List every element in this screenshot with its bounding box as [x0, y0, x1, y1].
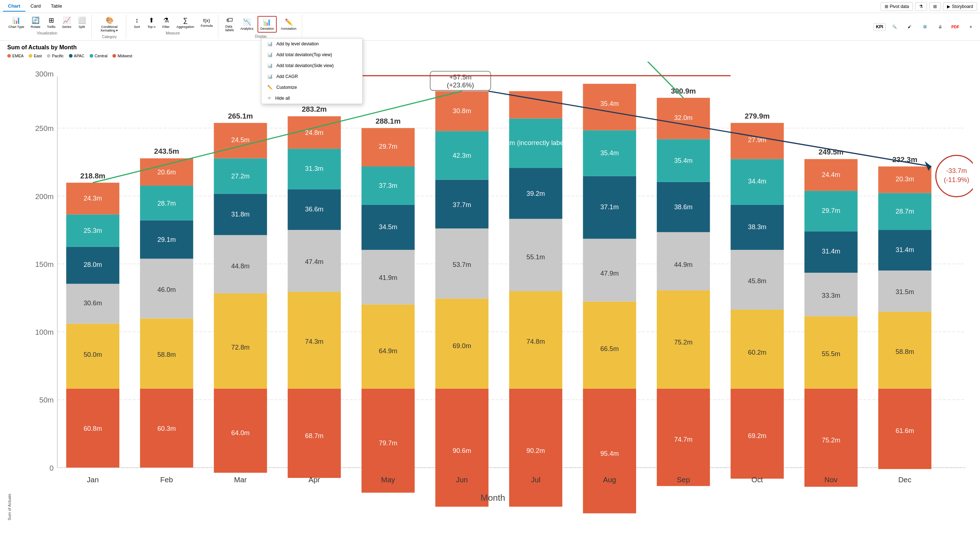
add-total-side-label: Add total deviation(Side view): [276, 63, 334, 68]
svg-text:24.5m: 24.5m: [231, 136, 250, 143]
funnel-icon: ⚗: [919, 4, 923, 9]
svg-text:64.9m: 64.9m: [379, 347, 398, 355]
legend-label-central: Central: [95, 54, 107, 58]
rotate-button[interactable]: 🔄 Rotate: [28, 14, 43, 30]
svg-text:30.8m: 30.8m: [453, 107, 471, 115]
hide-all-item[interactable]: 👁 Hide all: [261, 93, 362, 104]
svg-text:279.9m: 279.9m: [745, 112, 770, 120]
svg-text:Oct: Oct: [751, 476, 763, 484]
svg-text:283.2m: 283.2m: [302, 105, 327, 113]
paint-button[interactable]: 🖌: [903, 23, 916, 30]
data-labels-button[interactable]: 🏷 Datalabels: [223, 14, 237, 34]
series-button[interactable]: 📈 Series: [59, 14, 74, 30]
tab-table[interactable]: Table: [46, 1, 67, 11]
legend-pacific: Pacific: [47, 54, 64, 58]
svg-text:37.1m (incorrectly labeled): 37.1m (incorrectly labeled): [496, 139, 575, 146]
chart-type-button[interactable]: 📊 Chart Type: [6, 14, 27, 30]
legend-label-midwest: Midwest: [118, 54, 132, 58]
trellis-button[interactable]: ⊞ Trellis: [44, 14, 58, 30]
svg-text:31.4m: 31.4m: [822, 247, 840, 255]
add-cagr-item[interactable]: 📊 Add CAGR: [261, 71, 362, 82]
grid-icon-button[interactable]: ⊞: [929, 2, 941, 11]
rotate-label: Rotate: [31, 25, 41, 29]
svg-text:265.1m: 265.1m: [228, 112, 253, 120]
category-group-label: Category: [102, 35, 117, 39]
search-button[interactable]: 🔍: [888, 23, 901, 30]
legend-label-emea: EMEA: [12, 54, 24, 58]
y-axis-label: Sum of Actuals: [7, 62, 12, 520]
filter-icon-button[interactable]: ⚗: [915, 2, 927, 11]
svg-text:35.4m: 35.4m: [674, 157, 693, 164]
svg-text:47.9m: 47.9m: [600, 269, 619, 277]
legend-midwest: Midwest: [113, 54, 132, 58]
tab-card[interactable]: Card: [25, 1, 46, 11]
deviation-button[interactable]: 📊 Deviation: [258, 16, 277, 33]
pdf-button[interactable]: PDF: [949, 23, 962, 31]
svg-text:Sep: Sep: [677, 476, 690, 484]
ribbon-group-measure: ↕ Sort ⬆ Top n ⚗ Filter ∑ Aggregation f(…: [128, 14, 219, 39]
aggregation-button[interactable]: ∑ Aggregation: [174, 15, 197, 30]
svg-text:28.0m: 28.0m: [83, 261, 102, 268]
split-button[interactable]: ⬜ Split: [75, 14, 89, 30]
storyboard-button[interactable]: ▶ Storyboard: [943, 2, 977, 11]
chevron-up-icon: ∧: [969, 25, 972, 29]
series-icon: 📈: [63, 16, 71, 24]
tab-chart[interactable]: Chart: [3, 1, 25, 11]
svg-text:53.7m: 53.7m: [453, 261, 471, 268]
svg-text:33.3m: 33.3m: [822, 291, 840, 299]
annotation-icon: ✏️: [285, 18, 293, 26]
svg-text:41.9m: 41.9m: [379, 274, 398, 282]
ribbon: 📊 Chart Type 🔄 Rotate ⊞ Trellis 📈 Series…: [0, 13, 980, 41]
svg-text:0: 0: [50, 464, 54, 472]
customize-item[interactable]: ✏️ Customize: [261, 82, 362, 93]
ribbon-group-display: 🏷 Datalabels 📉 Analytics 📊 Deviation ✏️ …: [220, 14, 302, 39]
add-by-level-item[interactable]: 📊 Add by level deviation: [261, 38, 362, 49]
svg-text:74.8m: 74.8m: [527, 337, 545, 345]
svg-rect-104: [509, 91, 563, 118]
chart-type-label: Chart Type: [8, 25, 24, 29]
bar-oct: 69.2m 60.2m 45.8m 38.3m 34.4m 27.9m 279.…: [730, 112, 784, 484]
settings-button[interactable]: ⚙️: [918, 23, 931, 30]
svg-text:61.6m: 61.6m: [896, 427, 914, 434]
svg-text:45.8m: 45.8m: [748, 277, 766, 285]
analytics-button[interactable]: 📉 Analytics: [238, 16, 256, 32]
collapse-button[interactable]: ∧: [964, 23, 977, 30]
legend-label-pacific: Pacific: [52, 54, 64, 58]
svg-text:150m: 150m: [35, 260, 54, 268]
svg-text:Jan: Jan: [87, 476, 99, 484]
legend-dot-apac: [69, 54, 73, 58]
svg-text:42.3m: 42.3m: [453, 151, 471, 159]
svg-text:64.0m: 64.0m: [231, 429, 250, 437]
conditional-formatting-button[interactable]: 🎨 Conditional formatting ▾: [96, 14, 123, 34]
print-button[interactable]: 🖨: [934, 23, 947, 30]
pivot-data-button[interactable]: ⊞ Pivot data: [881, 2, 913, 11]
legend-dot-east: [29, 54, 32, 58]
svg-text:69.2m: 69.2m: [748, 432, 766, 439]
ribbon-right: KPI 🔍 🖌 ⚙️ 🖨 PDF ∧: [873, 14, 977, 39]
svg-text:Feb: Feb: [160, 476, 173, 484]
svg-text:36.6m: 36.6m: [305, 205, 323, 213]
filter-button[interactable]: ⚗ Filter: [159, 14, 173, 30]
svg-text:39.2m: 39.2m: [527, 189, 545, 197]
print-icon: 🖨: [938, 25, 942, 29]
bar-chart-icon-1: 📊: [267, 41, 273, 46]
sort-button[interactable]: ↕ Sort: [130, 15, 144, 30]
formula-icon: f(x): [203, 18, 210, 23]
top-n-button[interactable]: ⬆ Top n: [145, 14, 158, 30]
svg-text:75.2m: 75.2m: [674, 338, 693, 346]
bar-chart-icon-3: 📊: [267, 63, 273, 68]
svg-text:58.8m: 58.8m: [158, 351, 176, 358]
chart-inner: 0 50m 100m 150m 200m 250m 300m: [13, 62, 973, 520]
annotation-button[interactable]: ✏️ Annotation: [278, 16, 299, 32]
add-total-top-item[interactable]: 📊 Add total deviation(Top view): [261, 49, 362, 60]
svg-text:100m: 100m: [35, 328, 54, 336]
svg-text:31.5m: 31.5m: [896, 288, 914, 296]
kpi-button[interactable]: KPI: [873, 23, 886, 30]
svg-text:32.0m: 32.0m: [674, 114, 693, 121]
legend-emea: EMEA: [7, 54, 24, 58]
svg-text:31.3m: 31.3m: [305, 165, 323, 172]
cagr-icon: 📊: [267, 74, 273, 79]
formula-button[interactable]: f(x) Formula: [198, 16, 215, 29]
hide-icon: 👁: [267, 96, 272, 101]
add-total-side-item[interactable]: 📊 Add total deviation(Side view): [261, 60, 362, 71]
